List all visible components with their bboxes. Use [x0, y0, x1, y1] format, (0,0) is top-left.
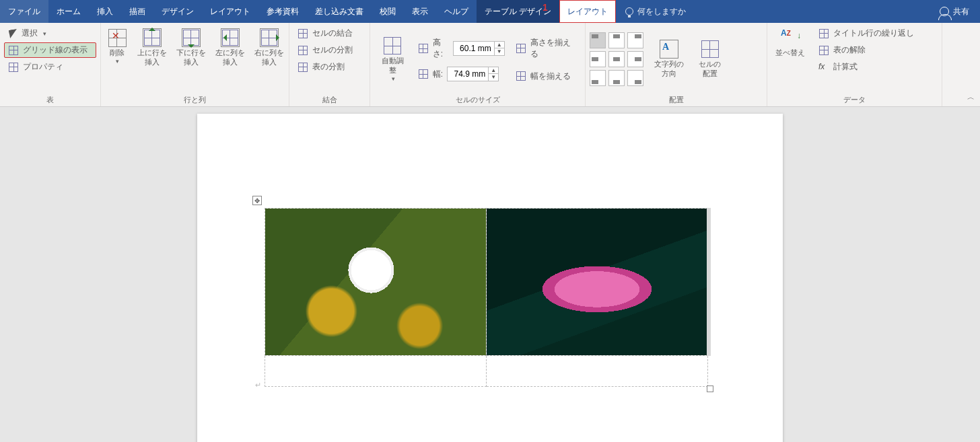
text-direction-button[interactable]: A 文字列の 方向 — [650, 37, 688, 81]
image-white-flower[interactable] — [265, 209, 486, 355]
align-bot-center[interactable] — [608, 70, 625, 86]
repeat-header-label: タイトル行の繰り返し — [833, 28, 914, 39]
alignment-grid — [590, 32, 643, 86]
table-cell[interactable] — [265, 209, 487, 356]
autofit-label: 自動調整 — [378, 57, 407, 75]
cell-margins-label: セルの 配置 — [699, 60, 721, 79]
tab-help[interactable]: ヘルプ — [436, 0, 477, 23]
group-alignment: A 文字列の 方向 セルの 配置 配置 — [586, 23, 767, 106]
distribute-cols-label: 幅を揃える — [530, 71, 571, 82]
tab-mailings[interactable]: 差し込み文書 — [307, 0, 372, 23]
group-rows-cols: 削除 ▾ 上に行を 挿入 下に行を 挿入 左に列を 挿入 右に列を — [101, 23, 289, 106]
merge-icon — [298, 28, 308, 39]
width-input[interactable] — [448, 69, 488, 79]
width-spinner[interactable]: ▲▼ — [447, 67, 499, 81]
table-cell[interactable] — [265, 356, 487, 387]
split-cells-label: セルの分割 — [312, 44, 353, 56]
row-height-icon — [418, 43, 429, 54]
insert-left-icon — [221, 28, 240, 47]
tell-me[interactable]: 何をしますか — [616, 0, 695, 23]
document-area[interactable]: ✥ ↵ — [0, 107, 980, 442]
tab-table-layout[interactable]: レイアウト — [559, 0, 616, 23]
view-gridlines-button[interactable]: グリッド線の表示 — [4, 42, 96, 58]
image-pink-lotus[interactable] — [487, 209, 707, 355]
insert-left-button[interactable]: 左に列を 挿入 — [211, 26, 249, 70]
insert-below-button[interactable]: 下に行を 挿入 — [172, 26, 210, 70]
height-label: 高さ: — [433, 37, 449, 60]
split-table-button[interactable]: 表の分割 — [293, 59, 365, 75]
sort-button[interactable]: AZ↓ 並べ替え — [771, 26, 809, 61]
tab-view[interactable]: 表示 — [404, 0, 436, 23]
tab-references[interactable]: 参考資料 — [258, 0, 307, 23]
height-spinner[interactable]: ▲▼ — [453, 41, 505, 56]
align-bot-left[interactable] — [590, 70, 606, 86]
convert-to-text-button[interactable]: 表の解除 — [814, 42, 918, 58]
distribute-cols-button[interactable]: 幅を揃える — [512, 69, 581, 84]
tab-draw[interactable]: 描画 — [121, 0, 153, 23]
merge-cells-button[interactable]: セルの結合 — [293, 26, 365, 41]
distribute-rows-button[interactable]: 高さを揃える — [512, 35, 581, 62]
tab-design[interactable]: デザイン — [153, 0, 202, 23]
align-mid-center[interactable] — [608, 51, 625, 67]
insert-right-icon — [260, 28, 279, 47]
table[interactable]: ✥ ↵ — [265, 208, 708, 387]
distribute-rows-label: 高さを揃える — [530, 37, 577, 60]
insert-below-icon — [182, 28, 201, 47]
split-cells-button[interactable]: セルの分割 — [293, 42, 365, 58]
align-mid-left[interactable] — [590, 51, 606, 67]
gridlines-icon — [8, 45, 19, 56]
page[interactable]: ✥ ↵ — [197, 114, 783, 442]
tell-me-label: 何をしますか — [637, 6, 686, 17]
text-direction-icon: A — [660, 40, 678, 59]
lightbulb-icon — [625, 7, 633, 15]
table-cell[interactable] — [487, 209, 708, 356]
text-direction-label: 文字列の 方向 — [654, 60, 684, 79]
delete-icon — [108, 28, 127, 47]
table-selection-bar — [707, 208, 711, 356]
align-top-right[interactable] — [627, 32, 643, 48]
autofit-button[interactable]: 自動調整 ▾ — [374, 34, 411, 85]
delete-label: 削除 — [110, 48, 125, 58]
width-label: 幅: — [433, 69, 443, 80]
spin-down-icon[interactable]: ▼ — [489, 74, 498, 81]
align-top-center[interactable] — [608, 32, 625, 48]
sort-icon: AZ↓ — [781, 28, 800, 47]
insert-above-label: 上に行を 挿入 — [137, 48, 167, 67]
insert-above-button[interactable]: 上に行を 挿入 — [133, 26, 171, 70]
group-rows-cols-label: 行と列 — [105, 93, 285, 106]
select-button[interactable]: 選択 ▾ — [4, 26, 96, 41]
tab-insert[interactable]: 挿入 — [89, 0, 121, 23]
tab-layout[interactable]: レイアウト — [202, 0, 258, 23]
align-top-left[interactable] — [590, 32, 606, 48]
table-cell[interactable] — [487, 356, 708, 387]
group-cell-size-label: セルのサイズ — [374, 93, 581, 106]
ribbon: 選択 ▾ グリッド線の表示 プロパティ 表 削除 — [0, 23, 980, 107]
delete-button[interactable]: 削除 ▾ — [102, 26, 132, 70]
spin-down-icon[interactable]: ▼ — [495, 48, 504, 55]
spin-up-icon[interactable]: ▲ — [489, 67, 498, 74]
group-alignment-label: 配置 — [590, 93, 763, 106]
fx-icon: fx — [818, 62, 829, 73]
insert-below-label: 下に行を 挿入 — [176, 48, 206, 67]
formula-button[interactable]: fx 計算式 — [814, 59, 918, 75]
split-table-label: 表の分割 — [312, 61, 345, 73]
share-button[interactable]: 共有 — [929, 0, 980, 23]
insert-right-button[interactable]: 右に列を 挿入 — [250, 26, 288, 70]
properties-label: プロパティ — [23, 61, 63, 73]
properties-button[interactable]: プロパティ — [4, 59, 96, 75]
tab-home[interactable]: ホーム — [48, 0, 89, 23]
tab-review[interactable]: 校閲 — [372, 0, 404, 23]
sort-label: 並べ替え — [775, 48, 805, 58]
align-mid-right[interactable] — [627, 51, 643, 67]
align-bot-right[interactable] — [627, 70, 643, 86]
tab-file[interactable]: ファイル — [0, 0, 48, 23]
group-merge: セルの結合 セルの分割 表の分割 結合 — [289, 23, 370, 106]
height-input[interactable] — [454, 44, 494, 53]
chevron-down-icon: ▾ — [43, 30, 46, 37]
table-move-handle-icon[interactable]: ✥ — [252, 196, 262, 205]
spin-up-icon[interactable]: ▲ — [495, 42, 504, 48]
collapse-ribbon-button[interactable]: ︿ — [967, 92, 975, 102]
repeat-header-button[interactable]: タイトル行の繰り返し — [814, 26, 918, 41]
cell-margins-button[interactable]: セルの 配置 — [695, 37, 725, 81]
table-resize-handle-icon[interactable] — [707, 385, 713, 392]
